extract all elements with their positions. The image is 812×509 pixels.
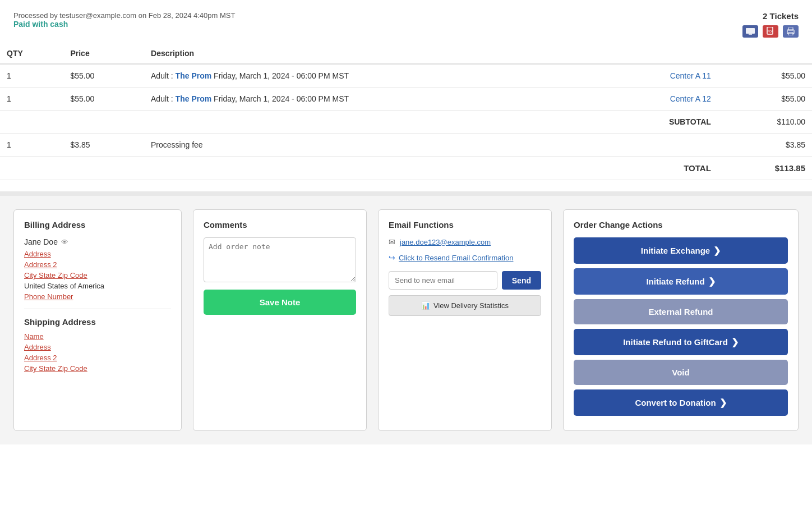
comments-title: Comments [204, 220, 356, 230]
col-description: Description [144, 43, 598, 64]
billing-card: Billing Address Jane Doe 👁 Address Addre… [13, 209, 182, 431]
actions-card: Order Change Actions Initiate Exchange ❯… [563, 209, 799, 431]
shipping-address1[interactable]: Address [24, 343, 171, 351]
shipping-city-state-zip[interactable]: City State Zip Code [24, 364, 171, 373]
total-row: TOTAL $113.85 [0, 157, 812, 180]
table-row: 1 $55.00 Adult : The Prom Friday, March … [0, 64, 812, 88]
svg-rect-1 [749, 34, 752, 35]
email-icon: ✉ [389, 237, 395, 246]
external-refund-button[interactable]: External Refund [574, 299, 788, 324]
initiate-refund-button[interactable]: Initiate Refund ❯ [574, 268, 788, 295]
subtotal-value: $110.00 [718, 111, 812, 134]
row1-description: Adult : The Prom Friday, March 1, 2024 -… [144, 64, 598, 88]
send-email-input[interactable] [389, 271, 497, 290]
fee-qty: 1 [0, 134, 63, 157]
tickets-count: 2 Tickets [742, 11, 799, 21]
void-button[interactable]: Void [574, 360, 788, 385]
total-label: TOTAL [598, 157, 718, 180]
billing-phone[interactable]: Phone Number [24, 292, 171, 301]
row2-seat: Center A 12 [598, 88, 718, 111]
shipping-name[interactable]: Name [24, 332, 171, 341]
view-delivery-stats-button[interactable]: 📊 View Delivery Statistics [389, 295, 541, 316]
comment-textarea[interactable] [204, 237, 356, 282]
shipping-title: Shipping Address [24, 317, 171, 327]
print-icon[interactable] [783, 25, 799, 38]
billing-city-state-zip[interactable]: City State Zip Code [24, 271, 171, 279]
convert-to-donation-button[interactable]: Convert to Donation ❯ [574, 389, 788, 416]
col-qty: QTY [0, 43, 63, 64]
shipping-address2[interactable]: Address 2 [24, 354, 171, 362]
table-row: 1 $55.00 Adult : The Prom Friday, March … [0, 88, 812, 111]
fee-price: $3.85 [63, 134, 144, 157]
col-price: Price [63, 43, 144, 64]
chevron-icon: ❯ [708, 276, 716, 287]
email-title: Email Functions [389, 220, 541, 230]
eye-icon[interactable]: 👁 [61, 238, 68, 246]
total-value: $113.85 [718, 157, 812, 180]
billing-address2[interactable]: Address 2 [24, 260, 171, 269]
billing-name: Jane Doe 👁 [24, 237, 171, 246]
comments-card: Comments Save Note [193, 209, 367, 431]
fee-description: Processing fee [144, 134, 598, 157]
initiate-refund-giftcard-button[interactable]: Initiate Refund to GiftCard ❯ [574, 329, 788, 355]
svg-rect-0 [746, 28, 755, 34]
row2-description: Adult : The Prom Friday, March 1, 2024 -… [144, 88, 598, 111]
resend-icon: ↪ [389, 253, 395, 262]
stats-icon: 📊 [421, 301, 430, 310]
event-link-2[interactable]: The Prom [176, 94, 212, 103]
chevron-icon: ❯ [731, 337, 739, 347]
save-note-button[interactable]: Save Note [204, 290, 356, 315]
svg-text:PDF: PDF [768, 30, 773, 33]
fee-amount: $3.85 [718, 134, 812, 157]
processed-info: Processed by testuser@example.com on Feb… [13, 11, 799, 20]
paid-cash-link[interactable]: Paid with cash [13, 20, 68, 29]
actions-title: Order Change Actions [574, 220, 788, 230]
row1-seat: Center A 11 [598, 64, 718, 88]
resend-link[interactable]: Click to Resend Email Confirmation [399, 254, 513, 262]
screen-icon[interactable] [742, 25, 758, 38]
fee-row: 1 $3.85 Processing fee $3.85 [0, 134, 812, 157]
subtotal-label: SUBTOTAL [598, 111, 718, 134]
initiate-exchange-button[interactable]: Initiate Exchange ❯ [574, 237, 788, 264]
billing-country: United States of America [24, 282, 171, 290]
billing-address1[interactable]: Address [24, 250, 171, 258]
subtotal-row: SUBTOTAL $110.00 [0, 111, 812, 134]
event-link-1[interactable]: The Prom [176, 71, 212, 80]
email-card: Email Functions ✉ jane.doe123@example.co… [378, 209, 552, 431]
row2-qty: 1 [0, 88, 63, 111]
email-address[interactable]: jane.doe123@example.com [400, 238, 491, 246]
pdf-icon[interactable]: PDF [763, 25, 778, 38]
row1-price: $55.00 [63, 64, 144, 88]
row2-amount: $55.00 [718, 88, 812, 111]
row2-price: $55.00 [63, 88, 144, 111]
billing-title: Billing Address [24, 220, 171, 230]
chevron-icon: ❯ [713, 245, 721, 256]
chevron-icon: ❯ [719, 397, 727, 408]
row1-qty: 1 [0, 64, 63, 88]
row1-amount: $55.00 [718, 64, 812, 88]
send-email-button[interactable]: Send [502, 271, 541, 290]
